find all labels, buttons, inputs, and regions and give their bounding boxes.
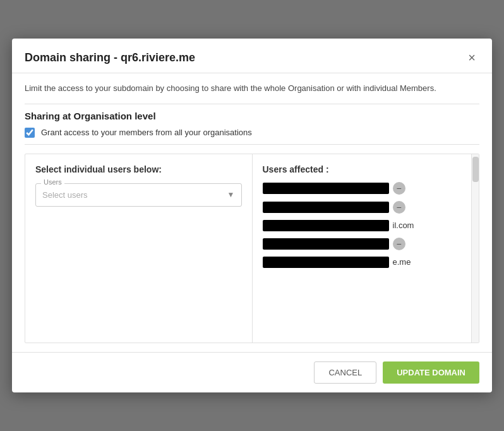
scrollbar-track[interactable]	[471, 154, 479, 343]
left-panel: Select individual users below: Users Sel…	[25, 154, 253, 343]
users-select-inner[interactable]: Select users ▼	[36, 186, 241, 203]
users-select-wrapper[interactable]: Users Select users ▼	[35, 183, 242, 207]
dialog-title: Domain sharing - qr6.riviere.me	[25, 51, 195, 64]
update-domain-button[interactable]: UPDATE DOMAIN	[383, 361, 479, 384]
dropdown-arrow-icon: ▼	[227, 190, 235, 199]
org-checkbox[interactable]	[25, 128, 35, 138]
right-panel: Users affected : − − il.com	[253, 154, 479, 343]
dialog-body: Limit the access to your subdomain by ch…	[12, 73, 492, 352]
user-redacted-bar	[263, 183, 389, 194]
dialog-footer: CANCEL UPDATE DOMAIN	[12, 352, 492, 392]
list-item: −	[263, 201, 469, 214]
sharing-section-title: Sharing at Organisation level	[25, 111, 479, 121]
domain-sharing-dialog: Domain sharing - qr6.riviere.me × Limit …	[12, 39, 492, 392]
close-button[interactable]: ×	[464, 50, 479, 65]
list-item: −	[263, 182, 469, 195]
list-item: −	[263, 238, 469, 250]
cancel-button[interactable]: CANCEL	[314, 361, 376, 384]
user-redacted-bar	[263, 202, 389, 213]
remove-user-button[interactable]: −	[393, 201, 405, 214]
users-select-placeholder: Select users	[42, 190, 88, 200]
two-panel: Select individual users below: Users Sel…	[25, 154, 479, 343]
user-redacted-bar	[263, 220, 389, 231]
list-item: il.com	[263, 220, 469, 231]
users-select-label: Users	[41, 178, 64, 186]
remove-user-button[interactable]: −	[393, 182, 405, 195]
user-suffix: e.me	[393, 257, 411, 267]
user-redacted-bar	[263, 257, 389, 268]
org-checkbox-label: Grant access to your members from all yo…	[41, 128, 252, 137]
divider-1	[25, 104, 479, 104]
divider-2	[25, 144, 479, 145]
list-item: e.me	[263, 257, 469, 268]
user-suffix: il.com	[393, 221, 414, 230]
dialog-header: Domain sharing - qr6.riviere.me ×	[12, 39, 492, 73]
org-checkbox-row: Grant access to your members from all yo…	[25, 128, 479, 138]
scrollbar-thumb[interactable]	[472, 157, 479, 182]
user-redacted-bar	[263, 238, 389, 250]
left-panel-title: Select individual users below:	[35, 164, 242, 174]
remove-user-button[interactable]: −	[393, 238, 405, 250]
dialog-description: Limit the access to your subdomain by ch…	[25, 82, 479, 95]
users-affected-title: Users affected :	[263, 164, 469, 174]
